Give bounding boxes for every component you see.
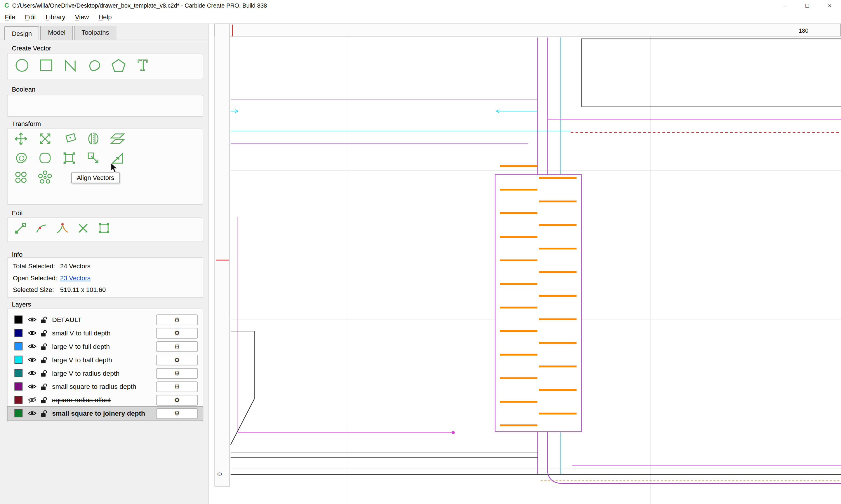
info-row: Open Selected:23 Vectors	[7, 272, 203, 284]
layer-row[interactable]: square radius offset⚙	[7, 393, 203, 407]
scale-icon[interactable]	[38, 131, 53, 146]
unlock-icon[interactable]	[38, 356, 50, 364]
layers-panel: DEFAULT⚙small V to full depth⚙large V to…	[7, 309, 203, 422]
boolean-panel	[7, 95, 203, 117]
eye-icon[interactable]	[26, 357, 38, 362]
eye-icon[interactable]	[26, 370, 38, 376]
menu-view[interactable]: View	[70, 11, 93, 22]
info-rows: Total Selected:24 VectorsOpen Selected:2…	[7, 260, 203, 296]
edit-panel	[7, 218, 203, 242]
unlock-icon[interactable]	[38, 369, 50, 377]
unlock-icon[interactable]	[38, 383, 50, 390]
transform-panel	[7, 129, 203, 205]
info-link[interactable]: 23 Vectors	[60, 274, 90, 282]
layer-name: large V to radius depth	[50, 369, 156, 377]
rectangle-tool-icon[interactable]	[38, 57, 55, 73]
layer-settings-button[interactable]: ⚙	[156, 395, 198, 406]
unlock-icon[interactable]	[38, 343, 50, 350]
layer-color-swatch[interactable]	[15, 342, 23, 350]
app-icon: C	[4, 2, 9, 9]
layer-name: DEFAULT	[50, 316, 156, 323]
create-vector-panel: T	[7, 54, 203, 79]
curve-tool-icon[interactable]	[86, 57, 103, 73]
unlock-icon[interactable]	[38, 329, 50, 337]
menu-library[interactable]: Library	[41, 11, 70, 22]
svg-text:T: T	[138, 57, 148, 73]
canvas-svg[interactable]: 1800	[209, 24, 841, 504]
edit-nodes-icon[interactable]	[14, 221, 28, 235]
info-label: Total Selected:	[13, 263, 60, 270]
info-panel: Total Selected:24 VectorsOpen Selected:2…	[7, 257, 203, 298]
section-title-layers: Layers	[12, 301, 31, 308]
unlock-icon[interactable]	[38, 396, 50, 404]
minimize-button[interactable]: –	[774, 0, 796, 11]
layer-row[interactable]: large V to radius depth⚙	[7, 366, 203, 380]
close-button[interactable]: ×	[819, 0, 841, 11]
menu-file[interactable]: File	[0, 11, 20, 22]
section-title-boolean: Boolean	[12, 86, 35, 93]
nudge-icon[interactable]	[86, 150, 101, 165]
linear-array-icon[interactable]	[14, 170, 28, 185]
layer-row[interactable]: large V to full depth⚙	[7, 340, 203, 353]
restore-button[interactable]: □	[796, 0, 819, 11]
info-label: Selected Size:	[13, 286, 60, 294]
eye-icon[interactable]	[26, 343, 38, 349]
layer-row[interactable]: small square to radius depth⚙	[7, 380, 203, 393]
rotate-icon[interactable]	[62, 131, 76, 146]
layer-row[interactable]: small V to full depth⚙	[7, 326, 203, 340]
app-window: C C:/Users/willa/OneDrive/Desktop/drawer…	[0, 0, 841, 504]
layer-settings-button[interactable]: ⚙	[156, 314, 198, 325]
eye-icon[interactable]	[26, 317, 38, 323]
mouse-cursor	[110, 163, 119, 176]
circular-array-icon[interactable]	[38, 170, 53, 185]
layer-name: large V to full depth	[50, 343, 156, 350]
layer-row[interactable]: DEFAULT⚙	[7, 313, 203, 326]
tab-toolpaths[interactable]: Toolpaths	[74, 26, 117, 40]
layer-color-swatch[interactable]	[15, 316, 23, 324]
layer-settings-button[interactable]: ⚙	[156, 354, 198, 365]
menu-help[interactable]: Help	[94, 11, 117, 22]
offset-icon[interactable]	[14, 150, 28, 165]
trim-vectors-icon[interactable]	[76, 221, 90, 235]
info-label: Open Selected:	[13, 274, 60, 282]
layer-settings-button[interactable]: ⚙	[156, 368, 198, 379]
layer-settings-button[interactable]: ⚙	[156, 327, 198, 338]
tab-bar: DesignModelToolpaths	[4, 26, 118, 40]
layer-row[interactable]: small square to joinery depth⚙	[7, 407, 203, 420]
layer-color-swatch[interactable]	[15, 369, 23, 377]
layer-color-swatch[interactable]	[15, 329, 23, 337]
tab-model[interactable]: Model	[40, 26, 73, 40]
menu-edit[interactable]: Edit	[20, 11, 41, 22]
endpoint-dot[interactable]	[452, 431, 455, 434]
cut-vector-icon[interactable]	[34, 221, 49, 235]
mirror-icon[interactable]	[86, 131, 101, 146]
close-vector-icon[interactable]	[97, 221, 111, 235]
layer-color-swatch[interactable]	[15, 382, 23, 391]
layers-list: DEFAULT⚙small V to full depth⚙large V to…	[7, 313, 203, 420]
layer-settings-button[interactable]: ⚙	[156, 341, 198, 352]
eye-icon[interactable]	[26, 330, 38, 336]
eye-off-icon[interactable]	[26, 397, 38, 403]
layer-color-swatch[interactable]	[15, 356, 23, 364]
design-canvas[interactable]: 1800	[209, 24, 841, 504]
unlock-icon[interactable]	[38, 410, 50, 417]
unlock-icon[interactable]	[38, 316, 50, 323]
move-icon[interactable]	[14, 131, 28, 146]
tab-design[interactable]: Design	[4, 26, 39, 40]
shear-icon[interactable]	[110, 131, 125, 146]
layer-settings-button[interactable]: ⚙	[156, 381, 198, 392]
circle-tool-icon[interactable]	[14, 57, 31, 73]
left-ruler	[215, 24, 230, 486]
polyline-tool-icon[interactable]	[62, 57, 79, 73]
align-icon[interactable]	[62, 150, 76, 165]
eye-icon[interactable]	[26, 410, 38, 416]
layer-color-swatch[interactable]	[15, 409, 23, 417]
layer-row[interactable]: large V to half depth⚙	[7, 353, 203, 366]
layer-settings-button[interactable]: ⚙	[156, 408, 198, 419]
text-tool-icon[interactable]: T	[134, 57, 151, 73]
eye-icon[interactable]	[26, 383, 38, 389]
join-vectors-icon[interactable]	[55, 221, 69, 235]
polygon-tool-icon[interactable]	[110, 57, 127, 73]
fillet-icon[interactable]	[38, 150, 53, 165]
layer-color-swatch[interactable]	[15, 396, 23, 404]
